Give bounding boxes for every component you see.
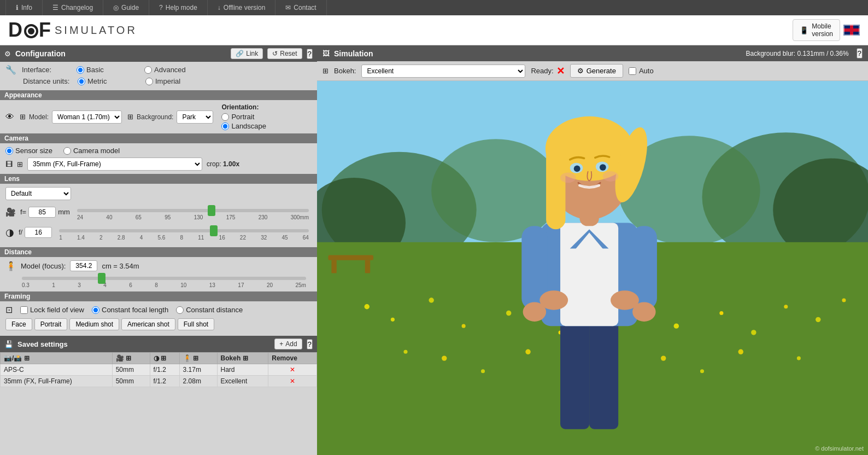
aperture-input[interactable]	[25, 227, 52, 238]
sensor-select[interactable]: 35mm (FX, Full-Frame) APS-C Micro 4/3	[27, 158, 202, 171]
cell-remove[interactable]: ✕	[268, 364, 317, 376]
constant-focal-option[interactable]: Constant focal length	[92, 306, 168, 314]
cell-remove[interactable]: ✕	[268, 376, 317, 387]
imperial-radio[interactable]	[145, 78, 153, 85]
sensor-size-option[interactable]: Sensor size	[5, 147, 52, 155]
sensor-size-radio[interactable]	[5, 147, 13, 155]
metric-radio[interactable]	[78, 78, 85, 85]
background-select[interactable]: Park Studio Street	[177, 110, 213, 124]
cell-bokeh: Excellent	[217, 376, 268, 387]
aperture-labels: 11.422.845.68111622324564	[59, 235, 309, 241]
mobile-version-button[interactable]: 📱 Mobile version	[793, 19, 840, 42]
portrait-button[interactable]: Portrait	[34, 318, 68, 330]
table-row: APS-C 50mm f/1.2 3.17m Hard ✕	[1, 364, 317, 376]
col-aperture: ◑ ⊞	[150, 353, 179, 364]
metric-radio-option[interactable]: Metric	[78, 77, 138, 85]
portrait-radio-option[interactable]: Portrait	[221, 113, 266, 121]
logo-f: F	[39, 19, 52, 42]
person-icon: 🧍	[5, 261, 16, 271]
link-button[interactable]: 🔗 Link	[231, 48, 263, 59]
focal-input[interactable]	[28, 207, 56, 218]
constant-focal-label: Constant focal length	[102, 306, 168, 314]
model-select[interactable]: Woman 1 (1.70m) Man 1 (1.80m) Child 1 (1…	[52, 110, 122, 124]
advanced-radio-option[interactable]: Advanced	[144, 66, 204, 74]
camera-row2: 🎞 ⊞ 35mm (FX, Full-Frame) APS-C Micro 4/…	[5, 158, 312, 171]
save-icon: 💾	[4, 340, 13, 348]
lens-title: Lens	[4, 175, 20, 183]
cell-focal: 50mm	[112, 376, 150, 387]
nav-help[interactable]: ? Help mode	[149, 0, 208, 15]
nav-contact[interactable]: ✉ Contact	[275, 0, 326, 15]
interface-radio-group: Basic Advanced	[77, 66, 204, 74]
auto-option[interactable]: Auto	[629, 67, 654, 75]
auto-checkbox[interactable]	[629, 67, 636, 75]
saved-help-button[interactable]: ?	[307, 339, 313, 349]
constant-dist-radio[interactable]	[176, 306, 184, 314]
lens-preset-select[interactable]: Default	[5, 187, 71, 200]
svg-point-23	[442, 355, 447, 360]
film-icon: 🎞	[5, 160, 13, 168]
distance-title: Distance	[4, 248, 32, 256]
svg-point-17	[719, 311, 723, 315]
top-navigation: ℹ Info ☰ Changelog ◎ Guide ? Help mode ↓…	[0, 0, 868, 15]
american-shot-button[interactable]: American shot	[121, 318, 175, 330]
eye-icon: 👁	[5, 112, 14, 122]
portrait-radio[interactable]	[221, 113, 229, 121]
framing-buttons: Face Portrait Medium shot American shot …	[5, 318, 312, 330]
config-rows: 🔧 Interface: Basic Advanced	[0, 62, 317, 90]
face-button[interactable]: Face	[5, 318, 32, 330]
distance-header: Distance	[0, 247, 317, 257]
svg-point-54	[600, 164, 606, 171]
lock-fov-option[interactable]: Lock field of view	[20, 306, 84, 314]
ready-group: Ready: ✕	[531, 65, 564, 77]
nav-guide[interactable]: ◎ Guide	[103, 0, 149, 15]
svg-point-20	[816, 317, 820, 322]
lens-content: Default 🎥 f= mm 244065	[0, 184, 317, 247]
full-shot-button[interactable]: Full shot	[178, 318, 214, 330]
sim-icon: 🖼	[322, 49, 330, 57]
nav-info-label: Info	[21, 4, 32, 11]
focal-unit: mm	[58, 208, 70, 216]
landscape-radio-option[interactable]: Landscape	[221, 122, 266, 130]
bokeh-select[interactable]: Excellent Good Average Hard Soft	[361, 65, 525, 78]
distance-thumb[interactable]	[98, 273, 105, 284]
info-icon: ℹ	[16, 4, 19, 11]
uk-flag	[843, 25, 860, 36]
grid2-icon: ⊞	[17, 160, 23, 168]
lock-fov-label: Lock field of view	[30, 306, 84, 314]
config-section: ⚙ Configuration 🔗 Link ↺ Reset ? 🔧 Inter…	[0, 45, 317, 90]
distance-input[interactable]	[70, 260, 97, 271]
nav-changelog-label: Changelog	[61, 4, 93, 11]
simulation-help-button[interactable]: ?	[857, 48, 863, 59]
reset-button[interactable]: ↺ Reset	[267, 48, 302, 59]
aperture-thumb[interactable]	[210, 225, 218, 236]
camera-model-option[interactable]: Camera model	[63, 147, 120, 155]
constant-dist-option[interactable]: Constant distance	[176, 306, 243, 314]
lock-fov-checkbox[interactable]	[20, 306, 28, 314]
svg-point-11	[462, 324, 466, 328]
landscape-radio[interactable]	[221, 122, 229, 130]
basic-radio-option[interactable]: Basic	[77, 66, 137, 74]
gear-gen-icon: ⚙	[577, 67, 584, 75]
metric-label: Metric	[87, 77, 107, 85]
config-help-button[interactable]: ?	[307, 49, 313, 59]
generate-button[interactable]: ⚙ Generate	[570, 64, 623, 78]
focal-thumb[interactable]	[208, 205, 215, 216]
medium-shot-button[interactable]: Medium shot	[69, 318, 119, 330]
constant-focal-radio[interactable]	[92, 306, 99, 314]
camera-model-radio[interactable]	[63, 147, 71, 155]
add-setting-button[interactable]: + Add	[274, 339, 302, 349]
nav-changelog[interactable]: ☰ Changelog	[43, 0, 103, 15]
distance-labels: 0.3134681013172025m	[22, 282, 306, 288]
nav-offline-label: Offline version	[224, 4, 265, 11]
cell-distance: 2.08m	[179, 376, 217, 387]
svg-point-44	[539, 290, 568, 310]
camera-section: Camera Sensor size Camera model 🎞 ⊞	[0, 133, 317, 174]
lens-section: Lens Default 🎥 f= mm	[0, 174, 317, 247]
nav-offline[interactable]: ↓ Offline version	[208, 0, 275, 15]
nav-info[interactable]: ℹ Info	[5, 0, 43, 15]
imperial-radio-option[interactable]: Imperial	[145, 77, 206, 85]
advanced-radio[interactable]	[144, 66, 152, 74]
basic-radio[interactable]	[77, 66, 84, 74]
logo-d: D	[8, 19, 24, 42]
